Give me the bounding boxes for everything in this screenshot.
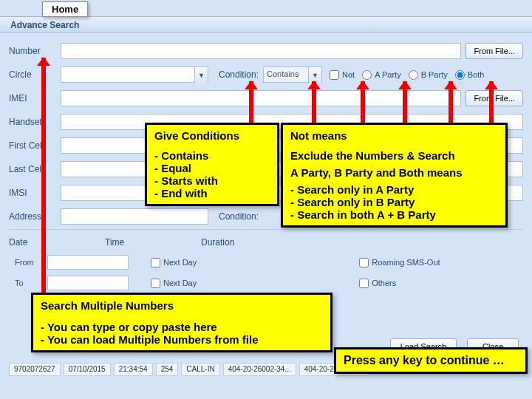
bparty-radio[interactable]: B Party: [409, 70, 448, 80]
label-lastcell: Last Cell: [9, 164, 61, 174]
cell-time: 21:34:54: [114, 363, 153, 376]
imei-field[interactable]: [61, 90, 461, 106]
nextday-checkbox-from[interactable]: Next Day: [151, 258, 197, 267]
label-duration: Duration: [201, 237, 253, 248]
circle-combo[interactable]: ▼: [61, 66, 208, 83]
label-imei: IMEI: [9, 93, 61, 103]
callout-press-key: Press any key to continue …: [334, 347, 528, 374]
roaming-checkbox[interactable]: Roaming SMS-Out: [359, 258, 440, 267]
others-checkbox[interactable]: Others: [359, 279, 396, 288]
label-handset: Handset: [9, 117, 61, 127]
both-radio[interactable]: Both: [455, 70, 485, 80]
arrow-bparty: [449, 81, 453, 126]
date-from-field[interactable]: [47, 255, 129, 270]
label-firstcell: First Cell: [9, 140, 61, 151]
cell-c6: 404-20-26002-34...: [223, 363, 296, 376]
chevron-down-icon[interactable]: ▼: [194, 67, 208, 83]
label-number: Number: [9, 46, 61, 56]
arrow-contains: [312, 81, 316, 126]
label-address: Address: [9, 211, 61, 222]
nextday-checkbox-to[interactable]: Next Day: [151, 279, 197, 288]
date-to-field[interactable]: [47, 276, 129, 290]
label-circle: Circle: [9, 69, 61, 80]
label-time: Time: [105, 237, 157, 248]
tab-home[interactable]: Home: [42, 1, 88, 17]
cell-type: CALL-IN: [181, 363, 219, 376]
cell-date: 07/10/2015: [64, 363, 111, 376]
callout-multi: Search Multiple Numbers - You can type o…: [31, 293, 332, 352]
number-field[interactable]: [61, 43, 461, 59]
address-field[interactable]: [61, 208, 208, 225]
arrow-both: [489, 81, 494, 126]
label-imsi: IMSI: [9, 188, 61, 198]
cell-dur: 254: [156, 363, 179, 376]
callout-give-conditions: Give Conditions - Contains - Equal - Sta…: [145, 123, 279, 206]
label-date: Date: [9, 237, 61, 248]
label-condition-addr: Condition:: [219, 211, 259, 222]
arrow-not: [361, 81, 365, 126]
arrow-aparty: [403, 81, 407, 126]
section-title: Advance Search: [0, 16, 532, 33]
from-file-button-imei[interactable]: From File...: [466, 90, 523, 106]
arrow-condition: [249, 81, 253, 126]
from-file-button-number[interactable]: From File...: [466, 43, 523, 59]
callout-not-means: Not means Exclude the Numbers & Search A…: [281, 123, 508, 228]
cell-number: 9702072627: [9, 363, 61, 376]
arrow-number: [41, 58, 46, 301]
not-checkbox[interactable]: Not: [330, 70, 355, 80]
